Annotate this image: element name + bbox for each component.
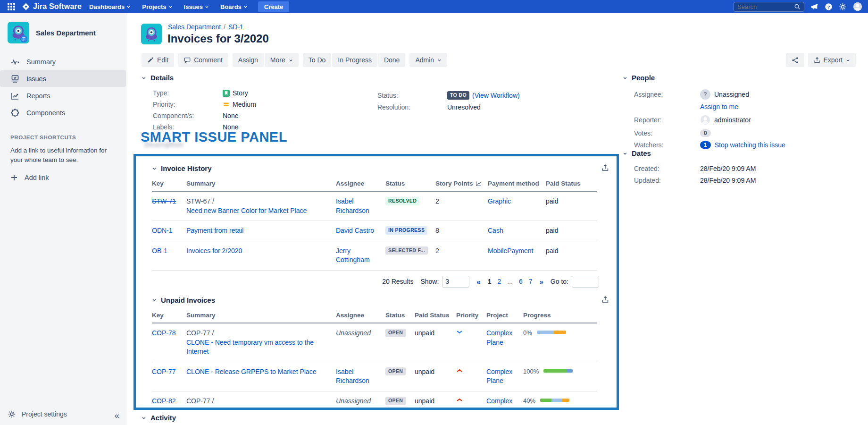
workflow-inprogress-button[interactable]: In Progress bbox=[332, 53, 377, 67]
project-link[interactable]: Complex Plane bbox=[486, 367, 517, 386]
issue-key-link[interactable]: COP-78 bbox=[152, 329, 176, 338]
issue-key-link[interactable]: OB-1 bbox=[152, 246, 167, 256]
votes-badge[interactable]: 0 bbox=[700, 129, 711, 137]
issue-key-link[interactable]: STW-71 bbox=[152, 197, 176, 206]
payment-method-link[interactable]: Graphic bbox=[488, 197, 511, 206]
section-collapse-icon[interactable] bbox=[623, 76, 627, 80]
sidebar-item-issues[interactable]: Issues bbox=[0, 70, 126, 87]
col-story-points[interactable]: Story Points bbox=[435, 180, 488, 191]
announcements-icon[interactable] bbox=[810, 3, 818, 11]
export-table-icon[interactable] bbox=[601, 296, 609, 303]
payment-method-link[interactable]: MobilePayment bbox=[488, 246, 534, 256]
view-workflow-link[interactable]: (View Workflow) bbox=[472, 92, 520, 99]
menu-boards[interactable]: Boards bbox=[217, 1, 251, 12]
section-collapse-icon[interactable] bbox=[152, 166, 157, 171]
activity-title[interactable]: Activity bbox=[150, 414, 176, 422]
show-count-input[interactable] bbox=[442, 276, 469, 288]
project-link[interactable]: Complex Plane bbox=[486, 329, 517, 347]
search-icon[interactable] bbox=[794, 3, 801, 10]
next-page-button[interactable]: » bbox=[540, 278, 543, 286]
search-input[interactable] bbox=[737, 3, 791, 10]
col-status[interactable]: Status bbox=[385, 312, 415, 323]
section-collapse-icon[interactable] bbox=[142, 76, 146, 80]
col-key[interactable]: Key bbox=[152, 312, 186, 323]
section-collapse-icon[interactable] bbox=[152, 298, 157, 302]
col-summary[interactable]: Summary bbox=[186, 180, 336, 191]
summary-link[interactable]: Payment from retail bbox=[186, 226, 243, 236]
summary-link[interactable]: CLONE - Release GRPEPS to Market Place bbox=[186, 367, 316, 377]
assignee-link[interactable]: Isabel Richardson bbox=[336, 197, 379, 215]
project-settings-button[interactable]: Project settings bbox=[22, 410, 67, 418]
page-number[interactable]: 2 bbox=[497, 278, 501, 285]
details-title[interactable]: Details bbox=[150, 74, 174, 82]
sidebar-item-summary[interactable]: Summary bbox=[0, 53, 126, 70]
col-priority[interactable]: Priority bbox=[456, 312, 486, 323]
page-number[interactable]: 7 bbox=[529, 278, 533, 285]
menu-issues[interactable]: Issues bbox=[180, 1, 213, 12]
summary-link[interactable]: CLONE - Collecting customer contact addr… bbox=[186, 406, 321, 410]
search-box[interactable] bbox=[734, 2, 804, 12]
user-avatar[interactable] bbox=[853, 2, 862, 11]
page-number[interactable]: 6 bbox=[519, 278, 523, 285]
watchers-badge[interactable]: 1 bbox=[700, 141, 711, 149]
menu-dashboards[interactable]: Dashboards bbox=[85, 1, 134, 12]
jira-logo[interactable]: Jira Software bbox=[22, 2, 82, 11]
assignee-link[interactable]: Isabel Richardson bbox=[336, 367, 379, 386]
summary-link[interactable]: Invoices for 2/2020 bbox=[186, 246, 242, 256]
assignee-link[interactable]: David Castro bbox=[336, 226, 374, 236]
invoice-history-title[interactable]: Invoice History bbox=[161, 164, 212, 172]
add-link-button[interactable]: Add link bbox=[10, 174, 116, 181]
col-paid-status[interactable]: Paid Status bbox=[546, 180, 597, 191]
col-progress[interactable]: Progress bbox=[523, 312, 597, 323]
col-key[interactable]: Key bbox=[152, 180, 186, 191]
dates-title[interactable]: Dates bbox=[632, 149, 651, 157]
collapse-sidebar-button[interactable]: « bbox=[114, 411, 119, 420]
admin-button[interactable]: Admin bbox=[409, 53, 447, 67]
col-assignee[interactable]: Assignee bbox=[336, 180, 385, 191]
reporter-value: adminstrator bbox=[714, 116, 751, 124]
unpaid-invoices-title[interactable]: Unpaid Invoices bbox=[161, 296, 215, 304]
votes-label: Votes: bbox=[634, 129, 700, 137]
col-project[interactable]: Project bbox=[486, 312, 523, 323]
col-status[interactable]: Status bbox=[385, 180, 435, 191]
section-collapse-icon[interactable] bbox=[142, 416, 146, 420]
workflow-done-button[interactable]: Done bbox=[378, 53, 405, 67]
app-switcher-icon[interactable] bbox=[6, 1, 17, 12]
workflow-todo-button[interactable]: To Do bbox=[303, 53, 332, 67]
settings-gear-icon[interactable] bbox=[839, 3, 847, 11]
people-title[interactable]: People bbox=[632, 74, 655, 82]
summary-link[interactable]: Need new Banner Color for Market Place bbox=[186, 206, 307, 216]
progress-percent: 100% bbox=[523, 367, 539, 376]
breadcrumb-project-link[interactable]: Sales Department bbox=[168, 23, 221, 31]
assign-to-me-link[interactable]: Assign to me bbox=[700, 103, 738, 110]
issue-key-link[interactable]: ODN-1 bbox=[152, 226, 173, 236]
create-button[interactable]: Create bbox=[258, 1, 289, 12]
edit-button[interactable]: Edit bbox=[142, 53, 174, 67]
sidebar-item-components[interactable]: Components bbox=[0, 104, 126, 121]
goto-page-input[interactable] bbox=[572, 276, 599, 288]
stop-watching-link[interactable]: Stop watching this issue bbox=[715, 141, 785, 149]
summary-link[interactable]: CLONE - Need temporary vm access to the … bbox=[186, 338, 329, 357]
export-table-icon[interactable] bbox=[601, 164, 609, 171]
issue-key-link[interactable]: COP-77 bbox=[152, 367, 176, 377]
col-paid-status[interactable]: Paid Status bbox=[415, 312, 456, 323]
menu-projects[interactable]: Projects bbox=[138, 1, 176, 12]
export-button[interactable]: Export bbox=[808, 53, 856, 67]
comment-button[interactable]: Comment bbox=[178, 53, 228, 67]
project-link[interactable]: Complex Plane bbox=[486, 397, 517, 410]
payment-method-link[interactable]: Cash bbox=[488, 226, 503, 236]
prev-page-button[interactable]: « bbox=[476, 278, 480, 286]
col-summary[interactable]: Summary bbox=[186, 312, 336, 323]
issue-key-link[interactable]: COP-82 bbox=[152, 397, 176, 406]
section-collapse-icon[interactable] bbox=[623, 151, 627, 156]
breadcrumb-issue-link[interactable]: SD-1 bbox=[228, 23, 243, 31]
help-icon[interactable]: ? bbox=[825, 3, 833, 11]
col-assignee[interactable]: Assignee bbox=[336, 312, 385, 323]
col-payment-method[interactable]: Payment method bbox=[488, 180, 546, 191]
assignee-link[interactable]: Jerry Cottingham bbox=[336, 246, 379, 265]
page-number[interactable]: 1 bbox=[488, 278, 492, 285]
sidebar-item-reports[interactable]: Reports bbox=[0, 87, 126, 104]
share-button[interactable] bbox=[786, 53, 804, 67]
more-button[interactable]: More bbox=[265, 53, 299, 67]
assign-button[interactable]: Assign bbox=[233, 53, 264, 67]
